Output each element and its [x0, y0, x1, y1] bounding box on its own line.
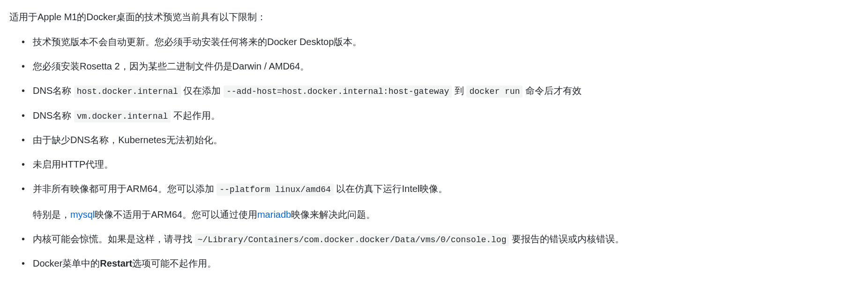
item-text-pre: 内核可能会惊慌。如果是这样，请寻找	[33, 234, 195, 244]
item-text-pre: DNS名称	[33, 110, 74, 121]
mariadb-link[interactable]: mariadb	[257, 209, 291, 220]
item-text-pre: DNS名称	[33, 85, 74, 96]
list-item: 您必须安装Rosetta 2，因为某些二进制文件仍是Darwin / AMD64…	[33, 58, 859, 74]
list-item: 技术预览版本不会自动更新。您必须手动安装任何将来的Docker Desktop版…	[33, 34, 859, 50]
code-inline: vm.docker.internal	[74, 110, 171, 123]
item-text-post: 命令后才有效	[523, 85, 582, 96]
sub-text-mid: 映像不适用于ARM64。您可以通过使用	[95, 209, 257, 220]
mysql-link[interactable]: mysql	[70, 209, 95, 220]
list-item: 内核可能会惊慌。如果是这样，请寻找 ~/Library/Containers/c…	[33, 231, 859, 247]
item-text-mid: 仅在添加	[181, 85, 224, 96]
item-text-pre: Docker菜单中的	[33, 258, 100, 268]
item-text-mid: 到	[452, 85, 466, 96]
item-text-post: 选项可能不起作用。	[132, 258, 217, 268]
sub-text-pre: 特别是，	[33, 209, 70, 220]
item-text-post: 以在仿真下运行Intel映像。	[334, 184, 448, 194]
item-text-post: 要报告的错误或内核错误。	[509, 234, 624, 244]
intro-paragraph: 适用于Apple M1的Docker桌面的技术预览当前具有以下限制：	[9, 9, 859, 24]
list-item: DNS名称 vm.docker.internal 不起作用。	[33, 107, 859, 124]
code-inline: ~/Library/Containers/com.docker.docker/D…	[195, 234, 509, 246]
item-text: 未启用HTTP代理。	[33, 159, 113, 169]
list-item: Docker菜单中的Restart选项可能不起作用。	[33, 255, 859, 271]
restart-strong: Restart	[100, 258, 132, 268]
item-text-post: 不起作用。	[171, 110, 220, 121]
sub-text-post: 映像来解决此问题。	[291, 209, 375, 220]
list-item: 并非所有映像都可用于ARM64。您可以添加 --platform linux/a…	[33, 181, 859, 222]
code-inline: --add-host=host.docker.internal:host-gat…	[224, 85, 452, 98]
item-text: 技术预览版本不会自动更新。您必须手动安装任何将来的Docker Desktop版…	[33, 37, 362, 47]
limitations-list: 技术预览版本不会自动更新。您必须手动安装任何将来的Docker Desktop版…	[9, 34, 859, 271]
list-item: DNS名称 host.docker.internal 仅在添加 --add-ho…	[33, 83, 859, 99]
code-inline: docker run	[466, 85, 523, 98]
item-text-pre: 并非所有映像都可用于ARM64。您可以添加	[33, 184, 217, 194]
sub-paragraph: 特别是，mysql映像不适用于ARM64。您可以通过使用mariadb映像来解决…	[33, 207, 859, 222]
list-item: 未启用HTTP代理。	[33, 156, 859, 172]
code-inline: host.docker.internal	[74, 85, 181, 98]
item-text: 由于缺少DNS名称，Kubernetes无法初始化。	[33, 135, 223, 145]
item-text: 您必须安装Rosetta 2，因为某些二进制文件仍是Darwin / AMD64…	[33, 61, 309, 71]
code-inline: --platform linux/amd64	[217, 184, 334, 196]
list-item: 由于缺少DNS名称，Kubernetes无法初始化。	[33, 132, 859, 148]
